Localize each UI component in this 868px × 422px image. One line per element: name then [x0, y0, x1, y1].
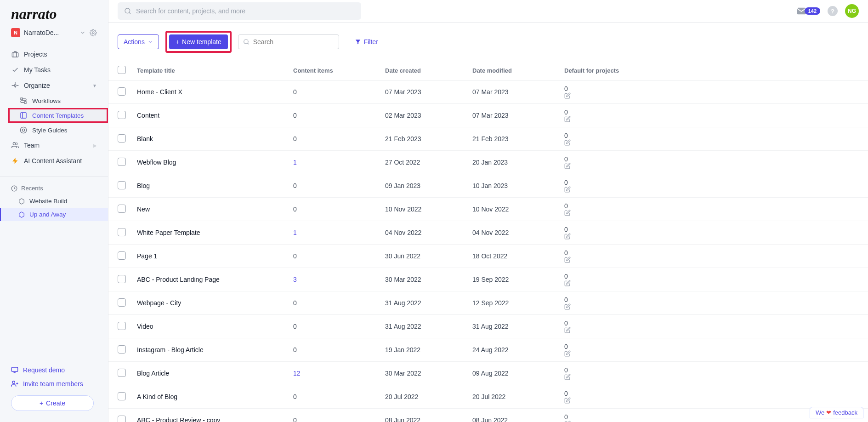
row-checkbox[interactable]	[118, 322, 126, 330]
cell-title[interactable]: Webflow Blog	[131, 151, 288, 174]
cell-title[interactable]: Video	[131, 315, 288, 338]
table-row[interactable]: ABC - Product Landing Page330 Mar 202219…	[108, 268, 868, 291]
edit-icon[interactable]	[564, 280, 862, 286]
table-search[interactable]	[238, 34, 339, 49]
recent-item-up-and-away[interactable]: Up and Away	[0, 208, 108, 221]
column-header-items[interactable]: Content items	[288, 61, 380, 80]
cell-title[interactable]: A Kind of Blog	[131, 385, 288, 409]
table-row[interactable]: Content002 Mar 202307 Mar 20230	[108, 104, 868, 127]
help-button[interactable]: ?	[828, 6, 838, 16]
table-row[interactable]: Webpage - City031 Aug 202212 Sep 20220	[108, 291, 868, 315]
sidebar-item-ai-assistant[interactable]: AI Content Assistant	[0, 153, 108, 169]
cell-items[interactable]: 12	[288, 362, 380, 385]
feedback-pill[interactable]: We ❤ feedback	[810, 407, 863, 418]
row-checkbox[interactable]	[118, 298, 126, 307]
sidebar-item-label: Organize	[24, 82, 50, 89]
table-row[interactable]: Instagram - Blog Article019 Jan 202224 A…	[108, 338, 868, 362]
avatar[interactable]: NG	[845, 4, 859, 18]
global-search-input[interactable]	[136, 7, 355, 15]
recent-item-website-build[interactable]: Website Build	[0, 194, 108, 208]
edit-icon[interactable]	[564, 350, 862, 357]
sidebar-item-organize[interactable]: Organize ▼	[0, 78, 108, 93]
sidebar-item-my-tasks[interactable]: My Tasks	[0, 62, 108, 78]
cell-title[interactable]: Home - Client X	[131, 80, 288, 104]
request-demo-link[interactable]: Request demo	[11, 363, 97, 377]
edit-icon[interactable]	[564, 397, 862, 404]
edit-icon[interactable]	[564, 303, 862, 310]
templates-icon	[19, 111, 28, 120]
row-checkbox[interactable]	[118, 345, 126, 354]
edit-icon[interactable]	[564, 374, 862, 380]
actions-button[interactable]: Actions	[118, 34, 159, 49]
column-header-created[interactable]: Date created	[380, 61, 467, 80]
invite-members-link[interactable]: Invite team members	[11, 377, 97, 391]
cell-modified: 07 Mar 2023	[467, 80, 559, 104]
sidebar-item-workflows[interactable]: Workflows	[8, 93, 108, 108]
sidebar-item-style-guides[interactable]: Style Guides	[8, 123, 108, 137]
workspace-switcher[interactable]: N NarratoDe...	[0, 24, 108, 45]
table-row[interactable]: White Paper Template104 Nov 202204 Nov 2…	[108, 221, 868, 245]
row-checkbox[interactable]	[118, 111, 126, 119]
select-all-checkbox[interactable]	[118, 66, 126, 74]
sidebar-item-projects[interactable]: Projects	[0, 46, 108, 62]
table-row[interactable]: Blog009 Jan 202310 Jan 20230	[108, 174, 868, 198]
create-button[interactable]: + Create	[11, 395, 94, 411]
filter-button[interactable]: Filter	[355, 38, 378, 46]
cell-items[interactable]: 1	[288, 151, 380, 174]
edit-icon[interactable]	[564, 92, 862, 99]
table-row[interactable]: A Kind of Blog020 Jul 202220 Jul 20220	[108, 385, 868, 409]
row-checkbox[interactable]	[118, 205, 126, 213]
table-search-input[interactable]	[253, 38, 334, 46]
column-header-title[interactable]: Template title	[131, 61, 288, 80]
notifications[interactable]: 142	[796, 6, 820, 16]
edit-icon[interactable]	[564, 210, 862, 216]
cell-title[interactable]: Instagram - Blog Article	[131, 338, 288, 362]
table-row[interactable]: Video031 Aug 202231 Aug 20220	[108, 315, 868, 338]
cell-title[interactable]: ABC - Product Review - copy	[131, 409, 288, 422]
sidebar-item-content-templates[interactable]: Content Templates	[8, 108, 108, 123]
edit-icon[interactable]	[564, 186, 862, 193]
row-checkbox[interactable]	[118, 275, 126, 283]
cell-items[interactable]: 3	[288, 268, 380, 291]
cell-title[interactable]: Blog	[131, 174, 288, 198]
row-checkbox[interactable]	[118, 87, 126, 96]
table-row[interactable]: Webflow Blog127 Oct 202220 Jan 20230	[108, 151, 868, 174]
chevron-down-icon[interactable]	[79, 29, 86, 36]
cell-created: 07 Mar 2023	[380, 80, 467, 104]
row-checkbox[interactable]	[118, 251, 126, 260]
cell-title[interactable]: ABC - Product Landing Page	[131, 268, 288, 291]
cell-title[interactable]: Webpage - City	[131, 291, 288, 315]
edit-icon[interactable]	[564, 257, 862, 263]
table-row[interactable]: Blank021 Feb 202321 Feb 20230	[108, 127, 868, 151]
sidebar-item-team[interactable]: Team ▶	[0, 137, 108, 153]
row-checkbox[interactable]	[118, 158, 126, 166]
global-search[interactable]	[118, 2, 361, 20]
edit-icon[interactable]	[564, 327, 862, 333]
cell-title[interactable]: White Paper Template	[131, 221, 288, 245]
row-checkbox[interactable]	[118, 181, 126, 189]
row-checkbox[interactable]	[118, 392, 126, 400]
row-checkbox[interactable]	[118, 369, 126, 377]
table-row[interactable]: Home - Client X007 Mar 202307 Mar 20230	[108, 80, 868, 104]
column-header-modified[interactable]: Date modified	[467, 61, 559, 80]
cell-title[interactable]: New	[131, 198, 288, 221]
cell-title[interactable]: Page 1	[131, 245, 288, 268]
cell-items[interactable]: 1	[288, 221, 380, 245]
row-checkbox[interactable]	[118, 134, 126, 143]
edit-icon[interactable]	[564, 233, 862, 240]
row-checkbox[interactable]	[118, 416, 126, 422]
table-row[interactable]: New010 Nov 202210 Nov 20220	[108, 198, 868, 221]
cell-title[interactable]: Blog Article	[131, 362, 288, 385]
column-header-default[interactable]: Default for projects	[559, 61, 868, 80]
edit-icon[interactable]	[564, 163, 862, 169]
edit-icon[interactable]	[564, 139, 862, 146]
gear-icon[interactable]	[90, 29, 97, 36]
cell-title[interactable]: Blank	[131, 127, 288, 151]
cell-title[interactable]: Content	[131, 104, 288, 127]
new-template-button[interactable]: + New template	[169, 34, 228, 49]
table-row[interactable]: Page 1030 Jun 202218 Oct 20220	[108, 245, 868, 268]
table-row[interactable]: ABC - Product Review - copy008 Jun 20220…	[108, 409, 868, 422]
edit-icon[interactable]	[564, 116, 862, 122]
table-row[interactable]: Blog Article1230 Mar 202209 Aug 20220	[108, 362, 868, 385]
row-checkbox[interactable]	[118, 228, 126, 236]
